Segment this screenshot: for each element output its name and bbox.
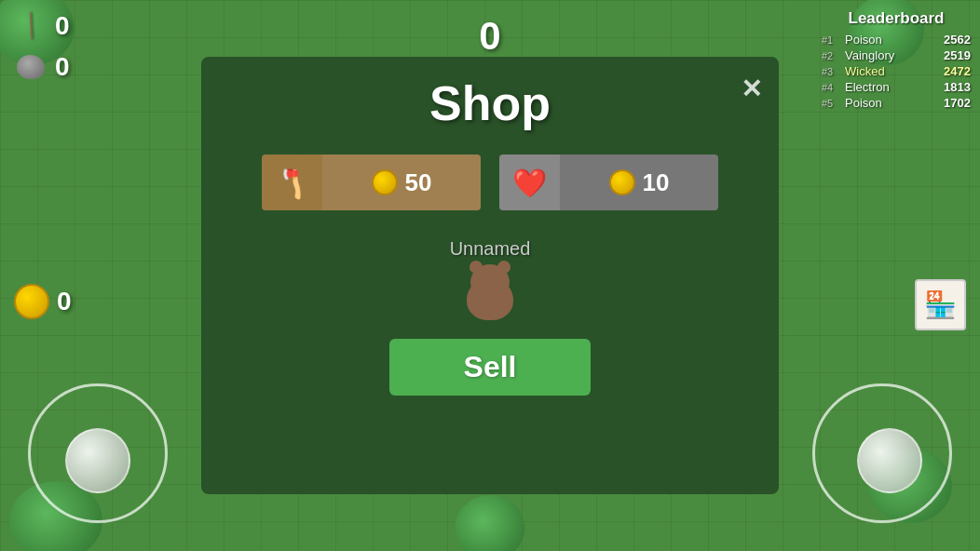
shop-close-button[interactable]: ✕ <box>741 74 762 104</box>
player-name: Unnamed <box>450 238 531 260</box>
shop-items-row: 🪓 50 ❤️ 10 <box>262 155 718 210</box>
axe-item-price: 50 <box>322 155 481 210</box>
health-item-price: 10 <box>560 155 718 210</box>
sell-button[interactable]: Sell <box>389 339 592 396</box>
axe-item-icon: 🪓 <box>262 155 322 210</box>
health-coin-icon <box>609 169 635 195</box>
shop-title: Shop <box>429 75 551 131</box>
heart-item-icon: ❤️ <box>499 155 560 210</box>
bear-body <box>467 278 513 320</box>
axe-coin-icon <box>372 169 398 195</box>
axe-price-label: 50 <box>405 168 432 197</box>
shop-modal: Shop ✕ 🪓 50 ❤️ 10 <box>201 57 779 494</box>
shop-item-axe[interactable]: 🪓 50 <box>262 155 481 210</box>
player-bear <box>462 264 518 320</box>
health-price-label: 10 <box>643 168 670 197</box>
player-area: Unnamed <box>450 238 531 320</box>
shop-overlay: Shop ✕ 🪓 50 ❤️ 10 <box>0 0 980 551</box>
shop-item-health[interactable]: ❤️ 10 <box>499 155 718 210</box>
